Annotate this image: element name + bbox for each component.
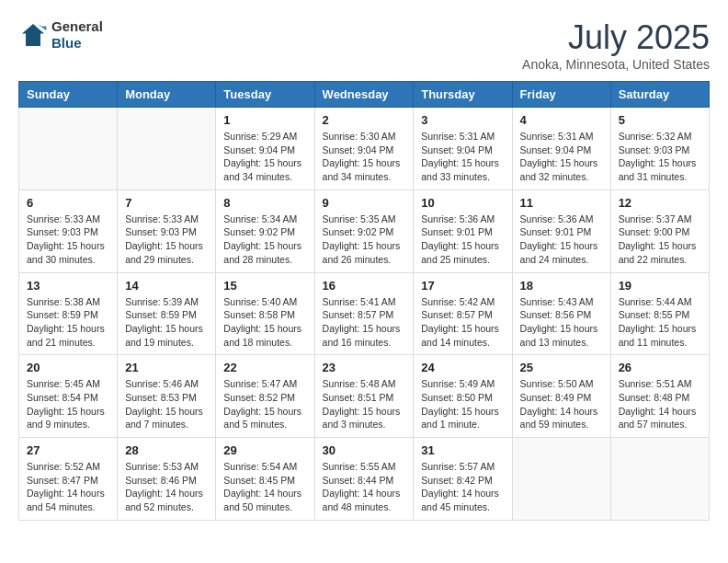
day-number: 17: [421, 279, 504, 293]
table-row: 25Sunrise: 5:50 AMSunset: 8:49 PMDayligh…: [512, 355, 610, 438]
table-row: 18Sunrise: 5:43 AMSunset: 8:56 PMDayligh…: [512, 272, 610, 355]
day-info: Sunrise: 5:57 AMSunset: 8:42 PMDaylight:…: [421, 460, 504, 514]
day-info: Sunrise: 5:29 AMSunset: 9:04 PMDaylight:…: [223, 130, 306, 184]
day-number: 23: [323, 361, 406, 374]
table-row: 7Sunrise: 5:33 AMSunset: 9:03 PMDaylight…: [118, 190, 216, 272]
table-row: 21Sunrise: 5:46 AMSunset: 8:53 PMDayligh…: [118, 355, 216, 438]
table-row: 27Sunrise: 5:52 AMSunset: 8:47 PMDayligh…: [19, 438, 118, 521]
table-row: 1Sunrise: 5:29 AMSunset: 9:04 PMDaylight…: [216, 108, 314, 190]
day-number: 25: [520, 361, 603, 374]
day-info: Sunrise: 5:46 AMSunset: 8:53 PMDaylight:…: [125, 377, 208, 431]
day-info: Sunrise: 5:36 AMSunset: 9:01 PMDaylight:…: [520, 213, 603, 267]
col-monday: Monday: [118, 82, 216, 108]
day-info: Sunrise: 5:33 AMSunset: 9:03 PMDaylight:…: [27, 213, 109, 267]
day-info: Sunrise: 5:41 AMSunset: 8:57 PMDaylight:…: [323, 295, 406, 350]
day-number: 27: [27, 443, 109, 457]
table-row: 13Sunrise: 5:38 AMSunset: 8:59 PMDayligh…: [19, 272, 118, 355]
day-number: 15: [223, 279, 306, 293]
table-row: 12Sunrise: 5:37 AMSunset: 9:00 PMDayligh…: [610, 190, 709, 272]
table-row: 5Sunrise: 5:32 AMSunset: 9:03 PMDaylight…: [610, 108, 709, 190]
logo-blue: Blue: [51, 35, 82, 51]
table-row: 30Sunrise: 5:55 AMSunset: 8:44 PMDayligh…: [314, 438, 414, 521]
col-sunday: Sunday: [19, 82, 118, 108]
table-row: 2Sunrise: 5:30 AMSunset: 9:04 PMDaylight…: [314, 108, 414, 190]
logo-icon: [18, 20, 48, 50]
day-number: 7: [125, 196, 208, 210]
day-info: Sunrise: 5:53 AMSunset: 8:46 PMDaylight:…: [125, 460, 208, 514]
day-number: 24: [421, 361, 504, 374]
day-info: Sunrise: 5:48 AMSunset: 8:51 PMDaylight:…: [323, 377, 406, 431]
calendar-table: Sunday Monday Tuesday Wednesday Thursday…: [18, 81, 710, 521]
day-info: Sunrise: 5:47 AMSunset: 8:52 PMDaylight:…: [223, 377, 306, 431]
day-info: Sunrise: 5:51 AMSunset: 8:48 PMDaylight:…: [619, 377, 701, 431]
table-row: 3Sunrise: 5:31 AMSunset: 9:04 PMDaylight…: [414, 108, 512, 190]
day-number: 31: [421, 443, 504, 457]
table-row: 26Sunrise: 5:51 AMSunset: 8:48 PMDayligh…: [610, 355, 709, 438]
table-row: 17Sunrise: 5:42 AMSunset: 8:57 PMDayligh…: [414, 272, 512, 355]
day-number: 11: [520, 196, 603, 210]
title-area: July 2025 Anoka, Minnesota, United State…: [522, 18, 710, 72]
day-info: Sunrise: 5:44 AMSunset: 8:55 PMDaylight:…: [619, 295, 701, 350]
calendar-week-row: 1Sunrise: 5:29 AMSunset: 9:04 PMDaylight…: [19, 108, 710, 190]
svg-marker-0: [22, 24, 44, 46]
day-info: Sunrise: 5:36 AMSunset: 9:01 PMDaylight:…: [421, 213, 504, 267]
table-row: 29Sunrise: 5:54 AMSunset: 8:45 PMDayligh…: [216, 438, 314, 521]
table-row: 8Sunrise: 5:34 AMSunset: 9:02 PMDaylight…: [216, 190, 314, 272]
col-saturday: Saturday: [610, 82, 709, 108]
logo: General Blue: [18, 18, 103, 52]
day-number: 22: [223, 361, 306, 374]
day-info: Sunrise: 5:52 AMSunset: 8:47 PMDaylight:…: [27, 460, 109, 514]
day-info: Sunrise: 5:38 AMSunset: 8:59 PMDaylight:…: [27, 295, 109, 350]
day-number: 9: [323, 196, 406, 210]
table-row: 28Sunrise: 5:53 AMSunset: 8:46 PMDayligh…: [118, 438, 216, 521]
table-row: 23Sunrise: 5:48 AMSunset: 8:51 PMDayligh…: [314, 355, 414, 438]
calendar-header-row: Sunday Monday Tuesday Wednesday Thursday…: [19, 82, 710, 108]
day-number: 1: [223, 113, 306, 127]
logo-text: General Blue: [51, 18, 103, 52]
day-number: 8: [223, 196, 306, 210]
col-friday: Friday: [512, 82, 610, 108]
day-number: 14: [125, 279, 208, 293]
day-info: Sunrise: 5:45 AMSunset: 8:54 PMDaylight:…: [27, 377, 109, 431]
day-info: Sunrise: 5:43 AMSunset: 8:56 PMDaylight:…: [520, 295, 603, 350]
col-thursday: Thursday: [414, 82, 512, 108]
day-number: 18: [520, 279, 603, 293]
calendar-week-row: 27Sunrise: 5:52 AMSunset: 8:47 PMDayligh…: [19, 438, 710, 521]
day-info: Sunrise: 5:54 AMSunset: 8:45 PMDaylight:…: [223, 460, 306, 514]
location-subtitle: Anoka, Minnesota, United States: [522, 57, 710, 72]
day-number: 26: [619, 361, 701, 374]
day-number: 29: [223, 443, 306, 457]
table-row: 6Sunrise: 5:33 AMSunset: 9:03 PMDaylight…: [19, 190, 118, 272]
day-number: 28: [125, 443, 208, 457]
table-row: 20Sunrise: 5:45 AMSunset: 8:54 PMDayligh…: [19, 355, 118, 438]
col-tuesday: Tuesday: [216, 82, 314, 108]
table-row: [118, 108, 216, 190]
table-row: 16Sunrise: 5:41 AMSunset: 8:57 PMDayligh…: [314, 272, 414, 355]
day-number: 16: [323, 279, 406, 293]
day-info: Sunrise: 5:39 AMSunset: 8:59 PMDaylight:…: [125, 295, 208, 350]
table-row: [610, 438, 709, 521]
logo-general: General: [51, 18, 103, 34]
header: General Blue July 2025 Anoka, Minnesota,…: [18, 18, 710, 72]
day-info: Sunrise: 5:31 AMSunset: 9:04 PMDaylight:…: [421, 130, 504, 184]
day-number: 13: [27, 279, 109, 293]
day-number: 4: [520, 113, 603, 127]
calendar-week-row: 20Sunrise: 5:45 AMSunset: 8:54 PMDayligh…: [19, 355, 710, 438]
calendar-week-row: 6Sunrise: 5:33 AMSunset: 9:03 PMDaylight…: [19, 190, 710, 272]
day-info: Sunrise: 5:30 AMSunset: 9:04 PMDaylight:…: [323, 130, 406, 184]
col-wednesday: Wednesday: [314, 82, 414, 108]
day-number: 2: [323, 113, 406, 127]
table-row: [512, 438, 610, 521]
table-row: 15Sunrise: 5:40 AMSunset: 8:58 PMDayligh…: [216, 272, 314, 355]
day-number: 3: [421, 113, 504, 127]
table-row: 4Sunrise: 5:31 AMSunset: 9:04 PMDaylight…: [512, 108, 610, 190]
table-row: 19Sunrise: 5:44 AMSunset: 8:55 PMDayligh…: [610, 272, 709, 355]
table-row: 11Sunrise: 5:36 AMSunset: 9:01 PMDayligh…: [512, 190, 610, 272]
table-row: 10Sunrise: 5:36 AMSunset: 9:01 PMDayligh…: [414, 190, 512, 272]
month-title: July 2025: [522, 18, 710, 57]
day-info: Sunrise: 5:40 AMSunset: 8:58 PMDaylight:…: [223, 295, 306, 350]
day-info: Sunrise: 5:35 AMSunset: 9:02 PMDaylight:…: [323, 213, 406, 267]
day-info: Sunrise: 5:33 AMSunset: 9:03 PMDaylight:…: [125, 213, 208, 267]
day-info: Sunrise: 5:49 AMSunset: 8:50 PMDaylight:…: [421, 377, 504, 431]
day-number: 10: [421, 196, 504, 210]
